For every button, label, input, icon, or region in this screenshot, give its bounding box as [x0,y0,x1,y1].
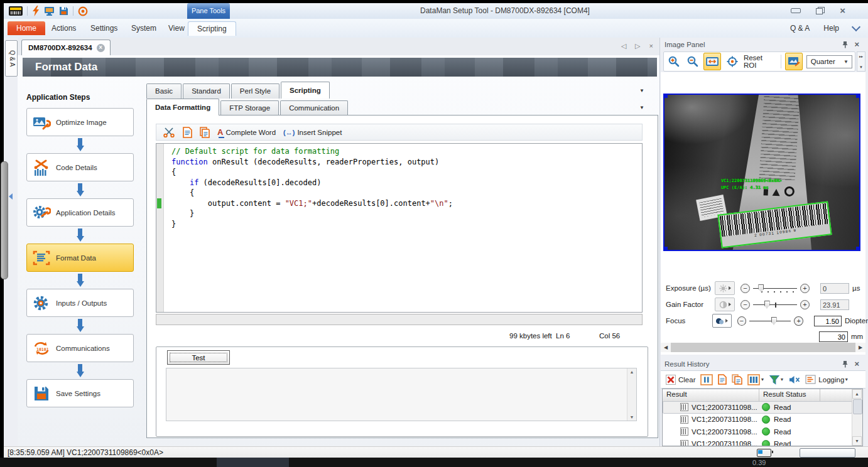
view-details-icon[interactable] [718,374,727,385]
zoom-out-icon[interactable] [685,53,700,70]
step-format-data[interactable]: Format Data [26,244,134,272]
scroll-up-icon[interactable]: ▲ [630,370,634,374]
target-icon[interactable] [78,6,88,16]
decrease-button[interactable]: − [741,300,750,309]
increase-button[interactable]: + [800,300,810,309]
tab-close-icon[interactable]: × [97,44,105,52]
increase-button[interactable]: + [800,284,810,293]
close-button[interactable]: × [840,7,845,14]
tab-standard[interactable]: Standard [183,83,230,99]
collapse-arrow-icon[interactable] [9,193,13,200]
taskbar-app-button[interactable] [217,458,289,467]
collapse-ribbon-icon[interactable] [852,23,860,31]
roi-handle[interactable] [663,94,668,98]
test-output-scrollbar[interactable]: ▲▼ [627,368,636,421]
center-roi-icon[interactable] [725,53,740,70]
logging-button[interactable]: Logging ▼ [805,375,849,384]
scroll-down-icon[interactable]: ▼ [630,415,634,419]
panel-close-icon[interactable]: × [854,361,859,367]
reset-roi-button[interactable]: Reset ROI [744,54,777,69]
focus-slider[interactable] [749,316,791,326]
copy-icon[interactable] [183,127,192,138]
paste-icon[interactable] [200,127,210,138]
exposure-mode-button[interactable] [715,281,735,295]
editor-hscrollbar[interactable] [156,314,643,325]
pin-icon[interactable] [842,41,848,48]
zoom-in-icon[interactable] [666,53,681,70]
tab-next-icon[interactable]: ▷ [635,42,640,50]
filter-button[interactable]: ▼ [769,375,784,385]
focus-mm-value[interactable]: 30 [819,331,848,342]
tab-communication[interactable]: Communication [280,100,348,115]
roi-handle[interactable] [856,94,860,98]
tab-perl-style[interactable]: Perl Style [231,83,279,99]
script-editor[interactable]: // Default script for data formattingfun… [156,143,643,313]
result-row[interactable]: VC1;22007311098...Read [663,438,852,447]
step-inputs-outputs[interactable]: Inputs / Outputs [26,289,134,317]
gain-mode-button[interactable] [715,298,735,311]
result-row[interactable]: VC1;22007311098...Read [663,426,852,438]
scroll-up-icon[interactable]: ▲ [852,389,862,399]
insert-snippet-button[interactable]: (↔) Insert Snippet [283,129,342,136]
decrease-button[interactable]: − [737,316,746,326]
toolbar-overflow-button[interactable]: ▸▸▼ [857,51,865,72]
tabstrip-close-icon[interactable]: × [649,42,653,50]
result-row[interactable]: VC1;22007311098...Read [663,401,852,414]
document-tab[interactable]: DM8700DX-892634 × [21,40,111,55]
splitter-grip[interactable] [1,161,8,279]
step-code-details[interactable]: Code Details [26,153,134,181]
minimize-button[interactable] [791,8,801,13]
scroll-down-icon[interactable]: ▼ [852,436,862,446]
restore-button[interactable] [816,7,825,14]
tab-data-formatting[interactable]: Data Formatting [146,99,219,115]
image-panel-hscrollbar[interactable]: ◀ ▶ [661,343,865,352]
step-optimize-image[interactable]: Optimize Image [26,108,134,136]
help-button[interactable]: Help [823,24,839,33]
tab-settings[interactable]: Settings [82,21,126,35]
mute-sound-icon[interactable] [789,375,800,384]
test-output-area[interactable]: ▲▼ [166,368,637,421]
app-logo-icon[interactable] [9,6,23,16]
complete-word-button[interactable]: A Complete Word [217,127,276,137]
tab-system[interactable]: System [122,21,165,35]
tab-actions[interactable]: Actions [43,21,85,35]
live-display-icon[interactable] [44,6,55,16]
tab-scripting[interactable]: Scripting [188,21,236,36]
fit-image-icon[interactable] [703,53,721,70]
step-communications[interactable]: 10101 Communications [26,334,134,362]
result-table-scrollbar[interactable]: ▲ ▼ [852,389,862,446]
increase-button[interactable]: + [794,316,803,326]
tabrow-dropdown-icon[interactable]: ▼ [639,105,644,110]
qa-side-tab[interactable]: Q & A [5,40,18,77]
qa-button[interactable]: Q & A [790,24,810,33]
tab-basic[interactable]: Basic [146,83,182,99]
tabrow-dropdown-icon[interactable]: ▼ [639,88,644,94]
focus-mode-button[interactable] [712,314,732,328]
image-scale-select[interactable]: Quarter ▼ [806,55,852,68]
scrollbar-thumb[interactable] [853,399,862,414]
column-result[interactable]: Result [663,389,759,401]
step-application-details[interactable]: Application Details [26,198,134,227]
column-result-status[interactable]: Result Status [759,389,820,401]
test-button[interactable]: Test [167,350,230,365]
gain-slider[interactable] [753,300,797,309]
image-view[interactable]: VC1;2200731109869<0x0A> UPC (E/A): 4.31 … [663,94,860,251]
roi-handle[interactable] [856,247,860,251]
pin-icon[interactable] [842,360,848,368]
pause-results-icon[interactable] [700,374,713,385]
columns-button[interactable]: ▼ [747,374,764,385]
step-save-settings[interactable]: Save Settings [26,379,134,407]
roi-handle[interactable] [663,247,668,251]
tab-home[interactable]: Home [8,21,45,35]
focus-diopter-value[interactable]: 1.50 [814,316,842,326]
tab-ftp-storage[interactable]: FTP Storage [220,100,279,115]
cut-icon[interactable] [163,127,175,137]
decrease-button[interactable]: − [741,284,750,293]
copy-results-icon[interactable] [732,374,742,385]
scroll-left-icon[interactable]: ◀ [661,343,671,352]
trigger-lightning-icon[interactable] [32,6,40,16]
exposure-slider[interactable] [753,284,797,293]
scroll-right-icon[interactable]: ▶ [855,343,865,352]
result-row[interactable]: VC1;22007311098...Read [663,414,852,426]
tab-scripting-mode[interactable]: Scripting [281,82,330,99]
